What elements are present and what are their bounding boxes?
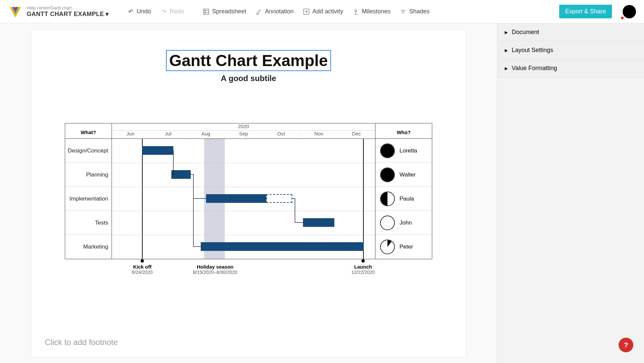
- milestone-date: 12/22/2020: [351, 270, 375, 275]
- who-label: John: [399, 220, 412, 226]
- who-row[interactable]: Peter: [375, 235, 432, 259]
- milestone[interactable]: Kick off6/24/2020: [132, 259, 153, 275]
- add-activity-label: Add activity: [312, 8, 343, 15]
- toolbar-actions: ↶Undo ↷Redo: [127, 8, 184, 15]
- annotation-button[interactable]: Annotation: [256, 8, 294, 15]
- gantt-chart[interactable]: What? Design/Concept Planning Implementa…: [65, 123, 432, 259]
- allocation-icon: [380, 167, 395, 182]
- add-activity-button[interactable]: Add activity: [303, 8, 343, 15]
- milestone[interactable]: Holiday season8/15/2020–8/30/2020: [193, 259, 237, 275]
- redo-icon: ↷: [160, 8, 167, 15]
- milestones-label: Milestones: [362, 8, 390, 15]
- shades-icon: [400, 8, 407, 15]
- gantt-bar[interactable]: [142, 146, 173, 155]
- help-button[interactable]: ?: [619, 338, 633, 352]
- sidepanel-value-formatting[interactable]: ▶Value Formatting: [497, 59, 644, 77]
- undo-icon: ↶: [127, 8, 134, 15]
- month-label: Sep: [225, 131, 263, 138]
- side-panel: ▶Document ▶Layout Settings ▶Value Format…: [497, 23, 644, 363]
- milestone[interactable]: Launch12/22/2020: [351, 259, 375, 275]
- redo-label: Redo: [170, 8, 184, 15]
- task-row[interactable]: Implementation: [65, 187, 112, 211]
- chevron-right-icon: ▶: [505, 30, 508, 35]
- document-title-dropdown[interactable]: GANTT CHART EXAMPLE▾: [27, 10, 109, 18]
- gantt-bar[interactable]: [303, 218, 334, 227]
- who-row[interactable]: Walter: [375, 163, 432, 187]
- task-row[interactable]: Tests: [65, 211, 112, 235]
- document-page[interactable]: Gantt Chart Example A good subtile What?…: [31, 30, 466, 357]
- what-header: What?: [65, 123, 112, 139]
- sidepanel-label: Layout Settings: [512, 47, 553, 54]
- who-label: Loretta: [399, 147, 417, 154]
- months-row: Jun Jul Aug Sep Oct Nov Dec: [112, 131, 375, 139]
- who-row[interactable]: Paula: [375, 187, 432, 211]
- month-label: Oct: [263, 131, 300, 138]
- milestone-dot-icon: [361, 259, 365, 263]
- canvas-area: Gantt Chart Example A good subtile What?…: [0, 23, 497, 363]
- milestone-label: Launch: [351, 264, 375, 270]
- what-column: What? Design/Concept Planning Implementa…: [65, 123, 112, 259]
- chart-title[interactable]: Gantt Chart Example: [166, 50, 331, 71]
- who-label: Walter: [399, 171, 416, 178]
- milestone-label: Holiday season: [193, 264, 237, 270]
- chevron-right-icon: ▶: [505, 48, 508, 53]
- annotation-icon: [256, 8, 262, 15]
- timeline-column: 2020 Jun Jul Aug Sep Oct Nov Dec: [112, 123, 375, 259]
- milestone-date: 8/15/2020–8/30/2020: [193, 270, 237, 275]
- month-label: Nov: [300, 131, 338, 138]
- top-toolbar: Help center/Gantt chart GANTT CHART EXAM…: [0, 0, 644, 23]
- gantt-body[interactable]: [112, 139, 375, 259]
- year-label: 2020: [112, 123, 375, 131]
- task-row[interactable]: Marketing: [65, 235, 112, 259]
- spreadsheet-button[interactable]: Spreadsheet: [203, 8, 246, 15]
- main-area: Gantt Chart Example A good subtile What?…: [0, 23, 644, 363]
- milestones-row: Kick off6/24/2020 Holiday season8/15/202…: [65, 259, 432, 279]
- footnote-placeholder[interactable]: Click to add footnote: [45, 338, 118, 347]
- milestone-dot-icon: [141, 259, 144, 263]
- chart-subtitle[interactable]: A good subtile: [45, 74, 452, 83]
- sidepanel-label: Document: [512, 29, 539, 36]
- spreadsheet-icon: [203, 8, 209, 15]
- allocation-icon: [380, 216, 395, 230]
- svg-point-8: [355, 10, 357, 12]
- who-row[interactable]: Loretta: [375, 139, 432, 163]
- spreadsheet-label: Spreadsheet: [212, 8, 246, 15]
- month-label: Aug: [187, 131, 225, 138]
- annotation-label: Annotation: [265, 8, 294, 15]
- milestone-date: 6/24/2020: [132, 270, 153, 275]
- sidepanel-document[interactable]: ▶Document: [497, 23, 644, 41]
- gantt-bar-planned[interactable]: [266, 194, 292, 203]
- export-share-button[interactable]: Export & Share: [559, 5, 612, 18]
- app-logo-icon: [9, 6, 21, 18]
- undo-button[interactable]: ↶Undo: [127, 8, 151, 15]
- month-label: Dec: [338, 131, 375, 138]
- allocation-icon: [380, 240, 395, 254]
- document-meta: Help center/Gantt chart GANTT CHART EXAM…: [27, 5, 109, 18]
- gantt-bar[interactable]: [206, 194, 266, 203]
- milestones-button[interactable]: Milestones: [352, 8, 390, 15]
- who-header: Who?: [375, 123, 432, 139]
- redo-button: ↷Redo: [160, 8, 184, 15]
- sidepanel-layout-settings[interactable]: ▶Layout Settings: [497, 41, 644, 59]
- milestones-icon: [352, 8, 359, 15]
- add-activity-icon: [303, 8, 310, 15]
- undo-label: Undo: [137, 8, 151, 15]
- sidepanel-label: Value Formatting: [512, 65, 557, 72]
- milestone-label: Kick off: [132, 264, 153, 270]
- breadcrumb[interactable]: Help center/Gantt chart: [27, 5, 109, 10]
- chevron-down-icon: ▾: [106, 10, 109, 18]
- user-avatar[interactable]: [623, 5, 636, 18]
- gantt-bar[interactable]: [201, 242, 364, 251]
- who-column: Who? Loretta Walter Paula John Peter: [375, 123, 432, 259]
- who-row[interactable]: John: [375, 211, 432, 235]
- task-row[interactable]: Planning: [65, 163, 112, 187]
- document-title-label: GANTT CHART EXAMPLE: [27, 11, 104, 18]
- shades-label: Shades: [409, 8, 430, 15]
- kickoff-line: [142, 139, 143, 259]
- shades-button[interactable]: Shades: [400, 8, 430, 15]
- toolbar-actions-2: Spreadsheet Annotation Add activity Mile…: [203, 8, 430, 15]
- month-label: Jul: [150, 131, 187, 138]
- gantt-bar[interactable]: [171, 170, 191, 179]
- task-row[interactable]: Design/Concept: [65, 139, 112, 163]
- month-label: Jun: [112, 131, 150, 138]
